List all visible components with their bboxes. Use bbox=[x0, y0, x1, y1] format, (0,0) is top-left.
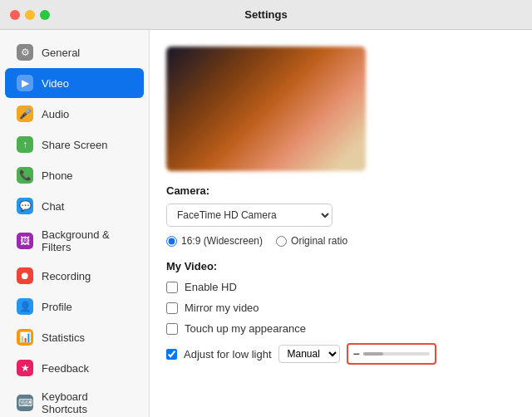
share-screen-icon: ↑ bbox=[17, 136, 33, 153]
slider-track[interactable] bbox=[363, 352, 430, 356]
enable-hd-label: Enable HD bbox=[185, 281, 237, 293]
content-area: Camera: FaceTime HD Camera 16:9 (Widescr… bbox=[150, 30, 532, 417]
widescreen-radio[interactable] bbox=[166, 236, 177, 247]
low-light-slider-container: − bbox=[347, 343, 436, 365]
low-light-row: Adjust for low light Manual Auto − bbox=[166, 343, 515, 365]
traffic-lights bbox=[10, 10, 50, 20]
recording-icon: ⏺ bbox=[17, 267, 33, 284]
sidebar-label-recording: Recording bbox=[42, 270, 91, 282]
sidebar-label-video: Video bbox=[42, 77, 69, 90]
sidebar-item-video[interactable]: ▶Video bbox=[5, 68, 144, 98]
camera-label: Camera: bbox=[166, 184, 515, 197]
mirror-checkbox[interactable] bbox=[166, 302, 178, 314]
sidebar-label-statistics: Statistics bbox=[42, 331, 85, 344]
statistics-icon: 📊 bbox=[17, 329, 33, 346]
sidebar-item-bg-filters[interactable]: 🖼Background & Filters bbox=[5, 222, 144, 260]
enable-hd-checkbox[interactable] bbox=[166, 282, 178, 293]
audio-icon: 🎤 bbox=[17, 105, 33, 122]
sidebar-label-audio: Audio bbox=[42, 108, 69, 120]
low-light-label: Adjust for low light bbox=[184, 348, 272, 361]
sidebar-item-phone[interactable]: 📞Phone bbox=[5, 160, 144, 190]
sidebar-label-general: General bbox=[42, 47, 80, 59]
touch-up-checkbox[interactable] bbox=[166, 323, 178, 335]
sidebar-item-keyboard[interactable]: ⌨Keyboard Shortcuts bbox=[5, 384, 144, 417]
chat-icon: 💬 bbox=[17, 198, 33, 214]
low-light-select[interactable]: Manual Auto bbox=[278, 345, 340, 363]
profile-icon: 👤 bbox=[17, 298, 33, 315]
enable-hd-row: Enable HD bbox=[166, 281, 515, 293]
sidebar-label-feedback: Feedback bbox=[42, 362, 89, 375]
slider-minus-icon[interactable]: − bbox=[353, 347, 360, 361]
sidebar-label-chat: Chat bbox=[42, 200, 64, 213]
camera-preview bbox=[166, 47, 366, 171]
sidebar-item-feedback[interactable]: ★Feedback bbox=[5, 353, 144, 383]
sidebar-item-chat[interactable]: 💬Chat bbox=[5, 191, 144, 221]
touch-up-label: Touch up my appearance bbox=[185, 322, 306, 335]
feedback-icon: ★ bbox=[17, 360, 33, 376]
sidebar-label-profile: Profile bbox=[42, 301, 72, 313]
original-ratio-option[interactable]: Original ratio bbox=[276, 235, 347, 247]
title-bar: Settings bbox=[0, 0, 532, 30]
original-label: Original ratio bbox=[291, 235, 347, 247]
slider-fill bbox=[363, 352, 383, 356]
window-title: Settings bbox=[244, 8, 287, 21]
original-radio[interactable] bbox=[276, 236, 287, 247]
minimize-button[interactable] bbox=[25, 10, 35, 20]
sidebar-label-share-screen: Share Screen bbox=[42, 139, 108, 151]
my-video-label: My Video: bbox=[166, 260, 515, 272]
camera-select[interactable]: FaceTime HD Camera bbox=[166, 204, 332, 227]
sidebar-item-audio[interactable]: 🎤Audio bbox=[5, 99, 144, 129]
sidebar-label-bg-filters: Background & Filters bbox=[42, 228, 132, 253]
widescreen-label: 16:9 (Widescreen) bbox=[181, 235, 263, 247]
sidebar-label-keyboard: Keyboard Shortcuts bbox=[42, 390, 132, 415]
sidebar-item-statistics[interactable]: 📊Statistics bbox=[5, 322, 144, 352]
sidebar: ⚙General▶Video🎤Audio↑Share Screen📞Phone💬… bbox=[0, 30, 150, 417]
sidebar-item-recording[interactable]: ⏺Recording bbox=[5, 261, 144, 291]
main-container: ⚙General▶Video🎤Audio↑Share Screen📞Phone💬… bbox=[0, 30, 532, 417]
low-light-checkbox[interactable] bbox=[166, 349, 177, 360]
phone-icon: 📞 bbox=[17, 167, 33, 184]
ratio-row: 16:9 (Widescreen) Original ratio bbox=[166, 235, 515, 247]
camera-select-row: FaceTime HD Camera bbox=[166, 204, 515, 227]
touch-up-row: Touch up my appearance bbox=[166, 322, 515, 335]
mirror-row: Mirror my video bbox=[166, 302, 515, 314]
sidebar-label-phone: Phone bbox=[42, 169, 73, 182]
sidebar-item-share-screen[interactable]: ↑Share Screen bbox=[5, 130, 144, 159]
video-icon: ▶ bbox=[17, 75, 33, 91]
sidebar-item-profile[interactable]: 👤Profile bbox=[5, 292, 144, 321]
mirror-label: Mirror my video bbox=[185, 302, 259, 314]
keyboard-icon: ⌨ bbox=[17, 395, 33, 411]
general-icon: ⚙ bbox=[17, 44, 33, 61]
close-button[interactable] bbox=[10, 10, 20, 20]
bg-filters-icon: 🖼 bbox=[17, 233, 33, 249]
sidebar-item-general[interactable]: ⚙General bbox=[5, 37, 144, 67]
widescreen-option[interactable]: 16:9 (Widescreen) bbox=[166, 235, 263, 247]
maximize-button[interactable] bbox=[40, 10, 50, 20]
